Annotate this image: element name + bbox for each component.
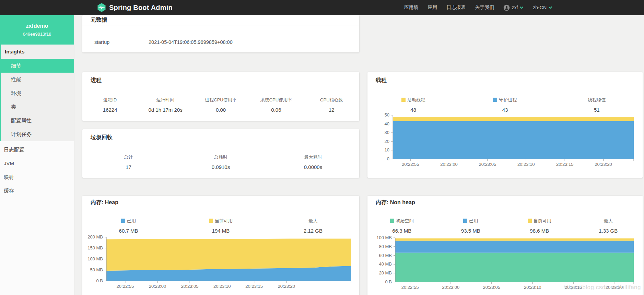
y-axis-label: 10: [367, 147, 389, 152]
sidebar: zxfdemo 649ee9813f18 Insights 细节性能环境类配置属…: [0, 15, 74, 295]
chevron-down-icon: [519, 6, 524, 9]
heap-plot-area: [106, 237, 355, 285]
sidebar-item-日志配置[interactable]: 日志配置: [0, 143, 74, 157]
user-avatar-icon: [503, 4, 510, 11]
y-axis-label: 100 MB: [82, 256, 103, 261]
sidebar-item-性能[interactable]: 性能: [1, 73, 74, 86]
stat-label: 总耗时: [175, 154, 267, 160]
x-axis-label: 20:23:20: [599, 285, 630, 290]
process-card: 进程 进程ID16224运行时间0d 1h 17m 20s进程CPU使用率0.0…: [82, 72, 359, 121]
y-axis-label: 50: [367, 112, 389, 118]
locale-value: zh-CN: [533, 5, 547, 10]
stat-column: 系统CPU使用率0.06: [248, 97, 304, 113]
y-axis-label: 80 MB: [367, 244, 392, 249]
x-axis-label: 20:22:55: [110, 284, 141, 289]
series-守护进程: [393, 121, 634, 159]
stat-value: 0.06: [248, 107, 304, 113]
sidebar-item-类[interactable]: 类: [1, 100, 74, 114]
memory-nonheap-card: 内存: Non heap 初始空间66.3 MB已用93.5 MB当前可用98.…: [367, 196, 643, 295]
stat-column: 进程ID16224: [82, 97, 138, 113]
card-title: 进程: [91, 77, 102, 84]
insights-items: 细节性能环境类配置属性计划任务: [1, 59, 74, 141]
brand-title: Spring Boot Admin: [109, 4, 173, 12]
y-axis-label: 100 MB: [367, 235, 392, 240]
spring-boot-admin-logo-icon: [97, 3, 106, 12]
x-axis-label: 20:23:05: [472, 162, 503, 167]
nonheap-plot-area: [395, 238, 638, 286]
nav-link-3[interactable]: 关于我们: [475, 4, 494, 11]
chevron-down-icon: [548, 6, 552, 9]
metadata-card: 元数据 startup 2021-05-04T19:06:05.9699859+…: [82, 15, 359, 52]
memory-heap-card: 内存: Heap 已用60.7 MB当前可用194 MB最大2.12 GB 0 …: [82, 196, 359, 295]
nav-link-0[interactable]: 应用墙: [404, 4, 418, 11]
stat-label: 总计: [82, 154, 175, 160]
y-axis-label: 40: [367, 121, 389, 126]
nav-link-1[interactable]: 应用: [428, 4, 437, 11]
x-axis-label: 20:22:55: [395, 285, 425, 290]
sidebar-item-计划任务[interactable]: 计划任务: [1, 127, 74, 141]
stat-value: 17: [82, 164, 175, 170]
y-axis-label: 0 B: [367, 279, 392, 284]
y-axis-label: 20: [367, 139, 389, 144]
threads-chart: 0102030405020:22:5520:23:0020:23:0520:23…: [367, 72, 643, 178]
y-axis-label: 20 MB: [367, 270, 392, 275]
gc-stats: 总计17总耗时0.0910s最大耗时0.0000s: [82, 146, 359, 170]
stat-value: 0.0910s: [175, 164, 267, 170]
sidebar-item-配置属性[interactable]: 配置属性: [1, 114, 74, 127]
stat-column: 总耗时0.0910s: [175, 154, 267, 170]
navbar-brand[interactable]: Spring Boot Admin: [97, 0, 173, 15]
series-初始空间: [395, 253, 634, 282]
y-axis-label: 60 MB: [367, 253, 392, 258]
stat-column: 进程CPU使用率0.00: [193, 97, 248, 113]
series-活动线程: [393, 117, 634, 121]
card-title: 元数据: [91, 16, 107, 24]
metadata-value: 2021-05-04T19:06:05.9699859+08:00: [149, 39, 233, 45]
y-axis-label: 0 B: [82, 278, 103, 283]
application-name: zxfdemo: [26, 23, 48, 29]
stat-value: 0d 1h 17m 20s: [138, 107, 193, 113]
stat-column: 总计17: [82, 154, 175, 170]
stat-column: 运行时间0d 1h 17m 20s: [138, 97, 193, 113]
sidebar-item-JVM[interactable]: JVM: [0, 157, 74, 170]
threads-plot-area: [393, 115, 638, 163]
locale-selector[interactable]: zh-CN: [533, 5, 552, 10]
insights-section-label: Insights: [1, 45, 74, 59]
card-title: 垃圾回收: [91, 134, 113, 141]
heap-memory-chart: 0 B50 MB100 MB150 MB200 MB20:22:5520:23:…: [82, 196, 359, 295]
stat-value: 0.00: [193, 107, 248, 113]
process-stats: 进程ID16224运行时间0d 1h 17m 20s进程CPU使用率0.00系统…: [82, 89, 359, 113]
navbar-links: 应用墙应用日志报表关于我们: [404, 4, 494, 11]
y-axis-label: 150 MB: [82, 245, 103, 250]
y-axis-label: 0: [367, 156, 389, 161]
sidebar-item-映射[interactable]: 映射: [0, 170, 74, 184]
sidebar-item-缓存[interactable]: 缓存: [0, 184, 74, 198]
user-menu[interactable]: zxf: [503, 4, 524, 11]
sidebar-item-环境[interactable]: 环境: [1, 86, 74, 100]
sidebar-item-细节[interactable]: 细节: [0, 59, 74, 73]
stat-label: 进程ID: [82, 97, 138, 103]
x-axis-label: 20:23:15: [558, 285, 589, 290]
y-axis-label: 40 MB: [367, 261, 392, 267]
nonheap-memory-chart: 0 B20 MB40 MB60 MB80 MB100 MB20:22:5520:…: [367, 196, 643, 295]
x-axis-label: 20:23:10: [517, 285, 548, 290]
nav-link-2[interactable]: 日志报表: [446, 4, 466, 11]
stat-label: CPU核心数: [304, 97, 359, 103]
instance-id: 649ee9813f18: [23, 32, 51, 37]
x-axis-label: 20:23:00: [434, 162, 465, 167]
x-axis-label: 20:23:10: [207, 284, 237, 289]
x-axis-label: 20:23:20: [588, 162, 619, 167]
x-axis-label: 20:23:20: [271, 284, 302, 289]
instance-header: zxfdemo 649ee9813f18: [0, 15, 74, 45]
x-axis-label: 20:23:00: [142, 284, 173, 289]
y-axis-label: 50 MB: [82, 267, 103, 272]
sidebar-section-insights: Insights 细节性能环境类配置属性计划任务: [0, 45, 74, 141]
top-navbar: Spring Boot Admin 应用墙应用日志报表关于我们 zxf zh-C…: [0, 0, 644, 15]
stat-value: 12: [304, 107, 359, 113]
stat-label: 运行时间: [138, 97, 193, 103]
x-axis-label: 20:23:15: [549, 162, 580, 167]
series-已用: [395, 241, 634, 253]
y-axis-label: 200 MB: [82, 234, 103, 239]
x-axis-label: 20:23:05: [476, 285, 507, 290]
garbage-collection-card: 垃圾回收 总计17总耗时0.0910s最大耗时0.0000s: [82, 129, 359, 178]
x-axis-label: 20:23:00: [435, 285, 466, 290]
